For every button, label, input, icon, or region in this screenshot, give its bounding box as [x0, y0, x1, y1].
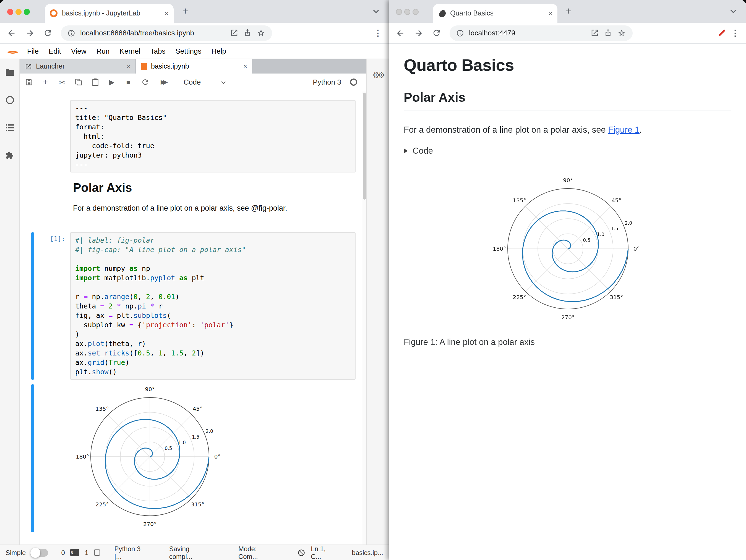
cell-type-select[interactable]: Code: [183, 78, 201, 86]
menu-help[interactable]: Help: [206, 44, 231, 59]
file-browser-icon[interactable]: [5, 68, 15, 77]
browser-menu-icon[interactable]: ⋮: [374, 28, 382, 38]
code-fold-disclosure[interactable]: Code: [404, 146, 731, 156]
svg-text:1.0: 1.0: [597, 232, 604, 237]
body-paragraph: For a demonstration of a line plot on a …: [404, 123, 731, 136]
zoom-window-button[interactable]: [412, 9, 419, 15]
zoom-window-button[interactable]: [24, 9, 30, 15]
menu-tabs[interactable]: Tabs: [145, 44, 171, 59]
notebook-scrollbar: [362, 91, 366, 544]
menu-run[interactable]: Run: [91, 44, 115, 59]
cell-collapser[interactable]: [31, 180, 34, 213]
menu-edit[interactable]: Edit: [44, 44, 66, 59]
notebook-scroll-area[interactable]: ---title: "Quarto Basics"format: html: c…: [20, 91, 366, 544]
back-button[interactable]: [395, 28, 405, 38]
close-window-button[interactable]: [396, 9, 402, 15]
address-bar[interactable]: localhost:8888/lab/tree/basics.ipynb: [61, 25, 272, 41]
menu-kernel[interactable]: Kernel: [114, 44, 145, 59]
kernel-status-icon[interactable]: [350, 79, 357, 86]
active-cell-collapser[interactable]: [31, 232, 34, 380]
browser-tab-jupyterlab[interactable]: basics.ipynb - JupyterLab ×: [45, 4, 174, 23]
svg-text:270°: 270°: [561, 314, 575, 321]
back-button[interactable]: [7, 28, 17, 38]
cell-collapser[interactable]: [31, 100, 34, 173]
dock-tab-launcher[interactable]: Launcher ×: [20, 59, 136, 73]
kernel-name[interactable]: Python 3: [313, 78, 341, 86]
terminal-icon[interactable]: $_: [70, 549, 79, 556]
figure-link[interactable]: Figure 1: [608, 125, 639, 134]
share-icon[interactable]: [243, 29, 252, 37]
bookmark-star-icon[interactable]: [617, 28, 626, 37]
kernel-sessions-icon[interactable]: [94, 550, 100, 556]
running-sessions-icon[interactable]: [5, 95, 15, 105]
share-icon[interactable]: [604, 29, 612, 37]
page-title: Quarto Basics: [404, 56, 731, 75]
restart-run-all-button[interactable]: ▶▶: [157, 79, 169, 86]
save-button[interactable]: [24, 78, 33, 86]
site-info-icon[interactable]: [67, 29, 75, 37]
code-cell-editor[interactable]: #| label: fig-polar#| fig-cap: "A line p…: [70, 232, 355, 380]
paragraph-text: .: [639, 125, 642, 134]
tab-close-icon[interactable]: ×: [548, 10, 552, 17]
simple-mode-toggle[interactable]: [31, 549, 48, 556]
markdown-cell[interactable]: Polar Axis For a demonstration of a line…: [20, 180, 366, 213]
new-tab-button[interactable]: +: [182, 5, 188, 17]
minimize-window-button[interactable]: [404, 9, 410, 15]
table-of-contents-icon[interactable]: [5, 123, 15, 132]
cell-type-chevron-icon[interactable]: [220, 78, 227, 86]
raw-cell[interactable]: ---title: "Quarto Basics"format: html: c…: [20, 100, 366, 173]
bookmark-star-icon[interactable]: [257, 28, 265, 37]
menu-view[interactable]: View: [66, 44, 91, 59]
stop-kernel-button[interactable]: ■: [124, 78, 133, 86]
property-inspector-gears-icon[interactable]: ⚙⚙: [372, 70, 383, 80]
open-in-new-icon[interactable]: [230, 29, 238, 37]
statusbar-filename: basics.ip...: [352, 549, 383, 556]
forward-button[interactable]: [414, 28, 424, 38]
browser-menu-icon[interactable]: ⋮: [731, 28, 739, 38]
raw-cell-editor[interactable]: ---title: "Quarto Basics"format: html: c…: [70, 100, 355, 173]
dock-tab-label: Launcher: [36, 62, 123, 70]
svg-text:270°: 270°: [143, 521, 156, 527]
command-mode-indicator[interactable]: Mode: Com...: [238, 545, 278, 560]
menu-file[interactable]: File: [22, 44, 44, 59]
menu-settings[interactable]: Settings: [170, 44, 206, 59]
kernels-count: 1: [85, 549, 88, 556]
close-window-button[interactable]: [7, 9, 13, 15]
copy-cell-button[interactable]: [74, 78, 83, 86]
paste-cell-button[interactable]: [91, 78, 99, 86]
extensions-puzzle-icon[interactable]: [5, 150, 15, 160]
minimize-window-button[interactable]: [16, 9, 22, 15]
tab-close-icon[interactable]: ×: [165, 10, 169, 17]
run-cell-button[interactable]: ▶: [107, 78, 116, 86]
forward-button[interactable]: [25, 28, 35, 38]
screen: basics.ipynb - JupyterLab × + lo: [0, 0, 746, 560]
browser-tab-quarto[interactable]: Quarto Basics ×: [433, 4, 557, 23]
open-in-new-icon[interactable]: [591, 29, 599, 37]
address-bar[interactable]: localhost:4479: [450, 25, 633, 41]
dock-tab-close-icon[interactable]: ×: [126, 63, 131, 70]
quarto-preview-browser-window: Quarto Basics × + localhost:4479: [389, 0, 746, 560]
restart-kernel-button[interactable]: [140, 78, 149, 86]
kernel-status-text[interactable]: Python 3 |...: [114, 545, 149, 560]
reload-button[interactable]: [432, 28, 441, 37]
tab-search-chevron-icon[interactable]: [371, 6, 381, 18]
reload-button[interactable]: [43, 28, 53, 37]
dock-tab-notebook[interactable]: basics.ipynb ×: [136, 59, 252, 73]
jupyterlab-browser-window: basics.ipynb - JupyterLab × + lo: [0, 0, 389, 560]
site-info-icon[interactable]: [456, 29, 464, 37]
dock-tab-close-icon[interactable]: ×: [243, 63, 247, 70]
extension-red-slash-icon[interactable]: [718, 29, 725, 36]
cursor-position[interactable]: Ln 1, C...: [311, 545, 337, 560]
output-collapser[interactable]: [31, 384, 34, 532]
cut-cell-button[interactable]: ✂: [58, 78, 66, 87]
add-cell-button[interactable]: +: [41, 77, 50, 88]
output-cell[interactable]: 0°45°90°135°180°225°270°315°0.51.01.52.0: [20, 384, 366, 532]
url-text: localhost:8888/lab/tree/basics.ipynb: [80, 29, 194, 37]
saving-status-text: Saving compl...: [169, 545, 214, 560]
figure-caption: Figure 1: A line plot on a polar axis: [404, 337, 731, 348]
new-tab-button[interactable]: +: [566, 5, 572, 17]
tab-search-chevron-icon[interactable]: [728, 6, 738, 18]
scrollbar-thumb[interactable]: [363, 93, 366, 200]
svg-text:0°: 0°: [633, 246, 640, 253]
code-cell[interactable]: [1]: #| label: fig-polar#| fig-cap: "A l…: [20, 232, 366, 380]
